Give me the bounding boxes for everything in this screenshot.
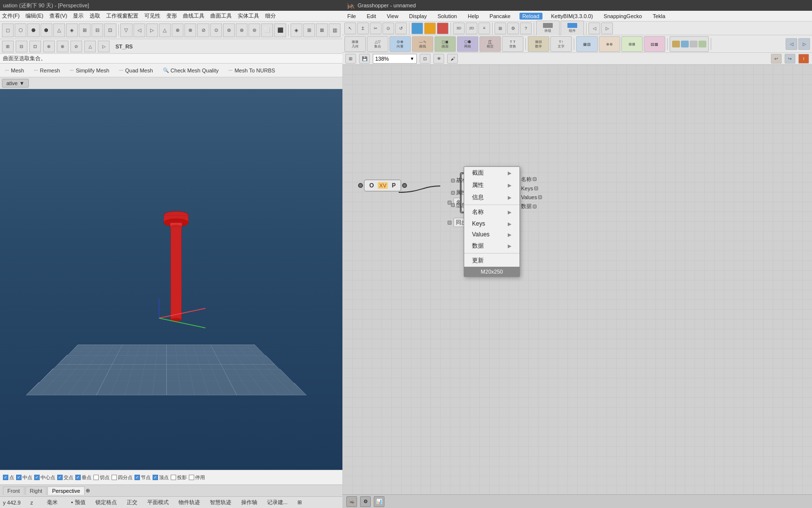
snap-perp-checkbox[interactable]: ✓ xyxy=(75,475,81,480)
gh-menu-file[interactable]: File xyxy=(345,12,358,20)
toolbar-btn-18[interactable]: ⊚ xyxy=(223,23,235,37)
toolbar-btn-8[interactable]: ⊟ xyxy=(91,23,103,37)
gh-zoom-paint[interactable]: 🖌 xyxy=(447,54,458,64)
ctx-menu-keys[interactable]: Keys ▶ xyxy=(464,218,519,229)
snap-quad-checkbox[interactable] xyxy=(112,475,117,480)
mode-record[interactable]: 记录建... xyxy=(267,499,288,506)
toolbar-btn-26[interactable]: ▥ xyxy=(329,23,340,37)
ctx-menu-xinxi[interactable]: 信息 ▶ xyxy=(464,191,519,204)
snap-quad[interactable]: 四分点 xyxy=(112,474,133,481)
toolbar-btn-24[interactable]: ⊞ xyxy=(303,23,315,37)
gh-zoom-btn-save[interactable]: 💾 xyxy=(359,54,370,64)
gh-comp-15[interactable] xyxy=(670,36,709,52)
gh-zoom-input[interactable]: 138% ▼ xyxy=(373,54,417,64)
gh-menu-snapping[interactable]: SnappingGecko xyxy=(602,12,644,20)
port-shuju-connector[interactable] xyxy=(533,205,537,208)
tab-front[interactable]: Front xyxy=(3,486,24,495)
gh-menu-pancake[interactable]: Pancake xyxy=(488,12,513,20)
gh-zoom-btn-baked[interactable]: ⊞ xyxy=(345,54,356,64)
ctx-menu-shuju[interactable]: 数据 ▶ xyxy=(464,240,519,252)
gh-menu-reload[interactable]: Reload xyxy=(519,13,542,20)
gh-btn-flat[interactable]: ≡ xyxy=(478,23,490,34)
port-keys-connector[interactable] xyxy=(534,186,538,190)
menu-surface-tools[interactable]: 曲面工具 xyxy=(210,12,232,20)
menu-edit[interactable]: 编辑(E) xyxy=(25,12,44,20)
mode-gumball[interactable]: 操作轴 xyxy=(241,499,257,506)
gh-menu-view[interactable]: View xyxy=(385,12,401,20)
gh-btn-arrow-right[interactable]: ▷ xyxy=(601,23,613,34)
gh-btn-group-b[interactable]: 组件 xyxy=(561,21,584,36)
gh-btn-settings[interactable]: ⚙ xyxy=(507,23,519,34)
snap-btn-4[interactable]: ⊕ xyxy=(43,41,55,52)
gh-redo-btn[interactable]: ↪ xyxy=(785,54,795,64)
gh-alert-btn[interactable]: ! xyxy=(798,54,809,64)
toolbar-btn-23[interactable]: ◈ xyxy=(291,23,302,37)
toolbar-btn-3[interactable]: ⬣ xyxy=(27,23,39,37)
toolbar-btn-20[interactable]: ⊜ xyxy=(248,23,260,37)
viewport-dropdown[interactable]: ative ▼ xyxy=(2,79,29,88)
snap-btn[interactable]: ⊞ xyxy=(2,41,14,52)
gh-btn-3d[interactable]: 3D xyxy=(453,23,465,34)
gh-comp-6[interactable]: ⬡⬢ 网格 xyxy=(457,36,478,52)
toolbar-btn-4[interactable]: ⬢ xyxy=(41,23,52,37)
mesh-tool-nurbs[interactable]: ··· Mesh To NURBS xyxy=(226,67,277,74)
snap-center[interactable]: ✓ 中心点 xyxy=(34,474,55,481)
rhino-3d-viewport[interactable] xyxy=(0,89,342,470)
menu-workspace[interactable]: 工作视窗配置 xyxy=(106,12,138,20)
gh-btn-sigma[interactable]: Σ xyxy=(357,23,369,34)
gh-bottom-icon-3[interactable]: 📊 xyxy=(374,496,384,507)
snap-disable-checkbox[interactable] xyxy=(189,475,194,480)
snap-knot[interactable]: ✓ 节点 xyxy=(135,474,151,481)
toolbar-btn-16[interactable]: ⊘ xyxy=(197,23,209,37)
gh-input-node[interactable]: O XV P xyxy=(357,180,408,191)
port-mingcheng-r-connector[interactable] xyxy=(533,177,537,181)
toolbar-btn-11[interactable]: ◁ xyxy=(134,23,145,37)
port-jijun-connector[interactable] xyxy=(451,179,455,183)
snap-intersect-checkbox[interactable]: ✓ xyxy=(57,475,63,480)
menu-view[interactable]: 查看(V) xyxy=(49,12,68,20)
gh-undo-btn[interactable]: ↩ xyxy=(771,54,782,64)
gh-btn-arrow-left[interactable]: ◁ xyxy=(588,23,600,34)
toolbar-btn-14[interactable]: ⊕ xyxy=(172,23,183,37)
toolbar-btn-9[interactable]: ⊡ xyxy=(104,23,116,37)
snap-intersect[interactable]: ✓ 交点 xyxy=(57,474,73,481)
toolbar-btn-2[interactable]: ⬡ xyxy=(15,23,26,37)
gh-comp-10[interactable]: T↑ 文字 xyxy=(550,36,572,52)
snap-center-checkbox[interactable]: ✓ xyxy=(34,475,40,480)
menu-transform[interactable]: 变形 xyxy=(166,12,177,20)
gh-menu-tekla[interactable]: Tekla xyxy=(651,12,667,20)
gh-btn-circle[interactable]: ⊙ xyxy=(383,23,394,34)
snap-midpoint-checkbox[interactable]: ✓ xyxy=(16,475,22,480)
gh-canvas[interactable]: O XV P 名称 同步 基准 xyxy=(342,65,812,494)
toolbar-btn-6[interactable]: ◈ xyxy=(66,23,78,37)
snap-project-checkbox[interactable] xyxy=(171,475,176,480)
snap-btn-8[interactable]: ▷ xyxy=(98,41,110,52)
toolbar-btn-22[interactable]: ⬛ xyxy=(274,23,286,37)
gh-btn-help[interactable]: ? xyxy=(520,23,532,34)
ctx-menu-shuxing[interactable]: 属性 ▶ xyxy=(464,179,519,191)
gh-nav-back[interactable]: ◁ xyxy=(786,38,797,50)
gh-btn-group-a[interactable]: 块组 xyxy=(536,21,560,36)
snap-knot-checkbox[interactable]: ✓ xyxy=(135,475,140,480)
snap-btn-5[interactable]: ⊗ xyxy=(57,41,68,52)
snap-point-checkbox[interactable]: ✓ xyxy=(3,475,8,480)
gh-comp-8[interactable]: T T 变换 xyxy=(502,36,523,52)
toolbar-btn-25[interactable]: ⊠ xyxy=(316,23,328,37)
ctx-menu-gengxin[interactable]: 更新 xyxy=(464,254,519,267)
mode-lockgrid[interactable]: 锁定格点 xyxy=(95,499,117,506)
gh-btn-color1[interactable] xyxy=(411,23,423,34)
snap-point[interactable]: ✓ 点 xyxy=(3,474,14,481)
ctx-menu-values[interactable]: Values ▶ xyxy=(464,229,519,240)
snap-btn-7[interactable]: △ xyxy=(84,41,96,52)
gh-menu-kettybim[interactable]: KettyBIM(3.3.0.0) xyxy=(549,12,595,20)
mesh-tool-mesh[interactable]: ··· Mesh xyxy=(3,67,26,74)
toolbar-btn-7[interactable]: ⊞ xyxy=(79,23,90,37)
toolbar-btn-10[interactable]: ▽ xyxy=(120,23,132,37)
toolbar-btn-5[interactable]: △ xyxy=(53,23,65,37)
gh-btn-color3[interactable] xyxy=(437,23,449,34)
menu-subdivision[interactable]: 细分 xyxy=(265,12,276,20)
gh-menu-edit[interactable]: Edit xyxy=(365,12,378,20)
snap-project[interactable]: 投影 xyxy=(171,474,187,481)
toolbar-btn-19[interactable]: ⊛ xyxy=(236,23,248,37)
port-xinxi-connector[interactable] xyxy=(451,203,455,207)
